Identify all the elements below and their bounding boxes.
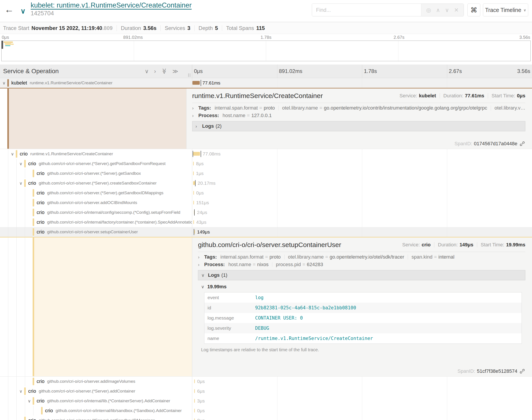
span-name-cell[interactable]: criogithub.com/cri-o/cri-o/server.addIma… [0, 376, 192, 386]
span-name-cell[interactable]: ∨criogithub.com/cri-o/cri-o/server.(*Ser… [0, 178, 192, 188]
span-name-cell[interactable]: ∨criogithub.com/cri-o/cri-o/server.(*Ser… [0, 386, 192, 396]
expand-one-icon[interactable]: › [154, 68, 156, 75]
span-bar[interactable] [194, 399, 195, 403]
next-match-icon[interactable]: ∨ [445, 7, 449, 13]
deep-link-icon[interactable] [519, 141, 525, 146]
span-row[interactable]: criogithub.com/cri-o/cri-o/internal/fact… [0, 217, 532, 227]
span-bar[interactable] [194, 419, 195, 420]
span-bar[interactable] [194, 409, 195, 412]
span-timeline-cell[interactable]: 8μs [192, 159, 532, 168]
span-row[interactable]: ∨criogithub.com/cri-o/cri-o/server.(*Ser… [0, 159, 532, 168]
span-bar[interactable] [194, 389, 195, 393]
span-collapse-chevron-icon[interactable]: ∨ [28, 399, 31, 404]
minimap-tick-label: 3.56s [519, 35, 530, 40]
span-row[interactable]: criogithub.com/cri-o/cri-o/server.addOCI… [0, 198, 532, 208]
summary-label: Services [165, 25, 185, 31]
trace-expand-chevron-icon[interactable]: ∨ [20, 8, 26, 15]
span-timeline-cell[interactable]: 149μs [192, 227, 532, 237]
span-row[interactable]: criogithub.com/cri-o/cri-o/server.(*Serv… [0, 188, 532, 198]
trace-title-link[interactable]: kubelet: runtime.v1.RuntimeService/Creat… [31, 1, 191, 9]
span-row[interactable]: ∨crioruntime.v1.RuntimeService/CreateCon… [0, 149, 532, 159]
span-row[interactable]: criogithub.com/cri-o/cri-o/internal/lib/… [0, 406, 532, 416]
minimap[interactable] [1, 41, 531, 61]
log-entry-toggle[interactable]: ∨19.99ms [201, 284, 525, 290]
tags-section[interactable]: ›Tags:internal.span.format=protootel.lib… [192, 105, 525, 111]
summary-label: Duration [121, 25, 141, 31]
view-selector-button[interactable]: Trace Timeline ∨ [483, 3, 528, 16]
span-name-cell[interactable]: ∨criogithub.com/cri-o/cri-o/server.(*Ser… [0, 159, 192, 168]
span-bar[interactable] [193, 181, 195, 185]
span-collapse-chevron-icon[interactable]: ∨ [19, 161, 22, 166]
span-row[interactable]: ∨criogithub.com/cri-o/cri-o/server.(*Ser… [0, 178, 532, 188]
find-input[interactable] [312, 4, 421, 16]
chevron-icon: ∨ [201, 272, 208, 278]
back-arrow-icon[interactable]: ← [4, 5, 14, 14]
span-bar[interactable] [193, 191, 194, 195]
span-name-cell[interactable]: ∨crioruntime.v1.RuntimeService/CreateCon… [0, 149, 192, 159]
span-timeline-cell[interactable]: 6μs [192, 386, 532, 396]
equals-sign: = [259, 105, 262, 111]
span-name-cell[interactable]: ∨kubeletruntime.v1.RuntimeService/Create… [0, 78, 192, 88]
span-bar[interactable] [193, 220, 194, 224]
span-bar[interactable] [193, 162, 194, 165]
span-name-cell[interactable]: criogithub.com/cri-o/cri-o/server.(*Serv… [0, 168, 192, 178]
span-bar[interactable] [193, 171, 194, 175]
span-timeline-cell[interactable]: 151μs [192, 198, 532, 208]
process-section[interactable]: ›Process:host.name=127.0.0.1 [192, 113, 525, 119]
span-name-cell[interactable]: criogithub.com/cri-o/cri-o/server.(*Serv… [0, 188, 192, 198]
span-timeline-cell[interactable]: 0μs [192, 416, 532, 420]
collapse-one-icon[interactable]: ∨ [145, 68, 149, 75]
depth-guide-line [8, 416, 8, 420]
span-timeline-cell[interactable]: 24μs [192, 208, 532, 217]
tags-section[interactable]: ›Tags:internal.span.format=protootel.lib… [198, 254, 525, 260]
expand-all-icon[interactable]: ≫ [172, 68, 178, 75]
span-timeline-cell[interactable]: 20.17ms [192, 178, 532, 188]
locate-icon[interactable]: ◎ [426, 7, 431, 13]
span-name-cell[interactable]: ∨criogithub.com/cri-o/cri-o/internal/lib… [0, 396, 192, 406]
tag-key: span.kind [411, 254, 432, 260]
depth-guide-line [8, 227, 8, 237]
span-collapse-chevron-icon[interactable]: ∨ [2, 80, 6, 86]
span-row[interactable]: criogithub.com/cri-o/cri-o/server.(*Serv… [0, 416, 532, 420]
minimap-scrubber-handle[interactable] [1, 41, 3, 49]
span-name-cell[interactable]: criogithub.com/cri-o/cri-o/server.addOCI… [0, 198, 192, 208]
span-name-cell[interactable]: criogithub.com/cri-o/cri-o/server.(*Serv… [0, 416, 192, 420]
span-timeline-cell[interactable]: 43μs [192, 217, 532, 227]
process-section[interactable]: ›Process:host.name=nixosprocess.pid=6242… [198, 262, 525, 268]
span-name-cell[interactable]: criogithub.com/cri-o/cri-o/internal/fact… [0, 217, 192, 227]
span-row[interactable]: ∨criogithub.com/cri-o/cri-o/server.(*Ser… [0, 386, 532, 396]
span-row[interactable]: ∨kubeletruntime.v1.RuntimeService/Create… [0, 78, 532, 88]
span-bar[interactable] [193, 152, 200, 156]
summary-value: 3 [187, 25, 190, 31]
span-bar[interactable] [194, 379, 195, 383]
span-row[interactable]: criogithub.com/cri-o/cri-o/server.(*Serv… [0, 168, 532, 178]
span-row[interactable]: ∨criogithub.com/cri-o/cri-o/internal/lib… [0, 396, 532, 406]
clear-find-icon[interactable]: ✕ [454, 7, 459, 13]
span-timeline-cell[interactable]: 3μs [192, 396, 532, 406]
keyboard-shortcuts-button[interactable]: ⌘ [468, 3, 480, 16]
span-row[interactable]: criogithub.com/cri-o/cri-o/server.addIma… [0, 376, 532, 386]
span-timeline-cell[interactable]: 0μs [192, 376, 532, 386]
span-row[interactable]: criogithub.com/cri-o/cri-o/server.setupC… [0, 227, 532, 237]
column-resize-grip[interactable] [188, 73, 190, 77]
span-bar[interactable] [192, 81, 200, 85]
deep-link-icon[interactable] [519, 369, 525, 374]
prev-match-icon[interactable]: ∧ [436, 7, 440, 13]
span-name-cell[interactable]: criogithub.com/cri-o/cri-o/internal/conf… [0, 208, 192, 217]
span-timeline-cell[interactable]: 0μs [192, 188, 532, 198]
logs-toggle[interactable]: ›Logs(2) [192, 121, 525, 131]
span-timeline-cell[interactable]: 1μs [192, 168, 532, 178]
span-collapse-chevron-icon[interactable]: ∨ [19, 389, 22, 394]
span-timeline-cell[interactable]: 0μs [192, 406, 532, 416]
logs-toggle[interactable]: ∨Logs(1) [198, 270, 525, 280]
span-row[interactable]: criogithub.com/cri-o/cri-o/internal/conf… [0, 208, 532, 217]
span-color-bar [33, 189, 34, 197]
span-timeline-cell[interactable]: 77.08ms [192, 149, 532, 159]
span-collapse-chevron-icon[interactable]: ∨ [19, 181, 22, 186]
span-bar[interactable] [193, 201, 194, 204]
span-name-cell[interactable]: criogithub.com/cri-o/cri-o/internal/lib/… [0, 406, 192, 416]
collapse-all-icon[interactable]: ≫ [161, 68, 167, 74]
span-collapse-chevron-icon[interactable]: ∨ [11, 151, 14, 157]
span-timeline-cell[interactable]: 77.61ms [192, 78, 532, 88]
span-name-cell[interactable]: criogithub.com/cri-o/cri-o/server.setupC… [0, 227, 192, 237]
